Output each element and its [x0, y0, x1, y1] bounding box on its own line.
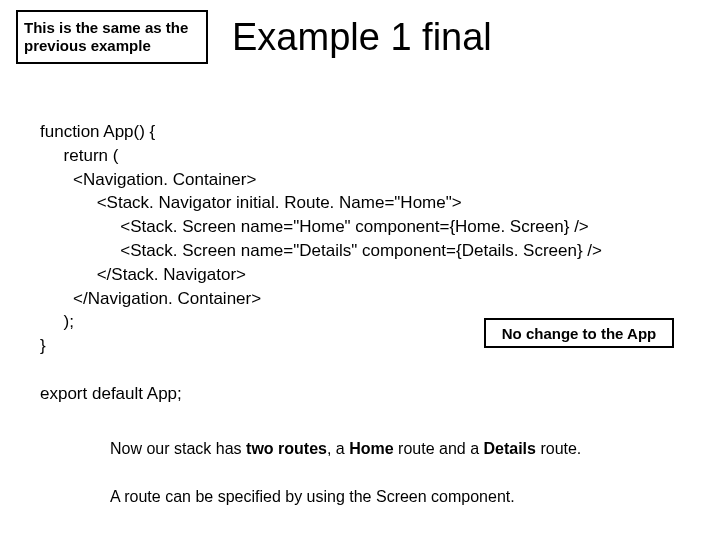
- bold-text: Details: [483, 440, 535, 457]
- code-line: }: [40, 336, 46, 355]
- text: Now our stack has: [110, 440, 246, 457]
- code-line: return (: [40, 146, 118, 165]
- code-line: );: [40, 312, 74, 331]
- code-line: <Stack. Navigator initial. Route. Name="…: [40, 193, 462, 212]
- bold-text: two routes: [246, 440, 327, 457]
- text: route and a: [394, 440, 484, 457]
- code-line: </Stack. Navigator>: [40, 265, 246, 284]
- code-line: </Navigation. Container>: [40, 289, 261, 308]
- bold-text: Home: [349, 440, 393, 457]
- code-block: function App() { return ( <Navigation. C…: [40, 120, 690, 406]
- code-line: <Stack. Screen name="Details" component=…: [40, 241, 602, 260]
- callout-text: No change to the App: [502, 325, 656, 342]
- callout-box: No change to the App: [484, 318, 674, 348]
- code-line: function App() {: [40, 122, 155, 141]
- text: , a: [327, 440, 349, 457]
- text: route.: [536, 440, 581, 457]
- header-note-text: This is the same as the previous example: [24, 19, 200, 55]
- header-note-box: This is the same as the previous example: [16, 10, 208, 64]
- code-line: <Stack. Screen name="Home" component={Ho…: [40, 217, 589, 236]
- paragraph-routes: Now our stack has two routes, a Home rou…: [110, 440, 680, 458]
- code-line: <Navigation. Container>: [40, 170, 256, 189]
- paragraph-screen: A route can be specified by using the Sc…: [110, 488, 680, 506]
- code-line: export default App;: [40, 384, 182, 403]
- page-title: Example 1 final: [232, 16, 492, 59]
